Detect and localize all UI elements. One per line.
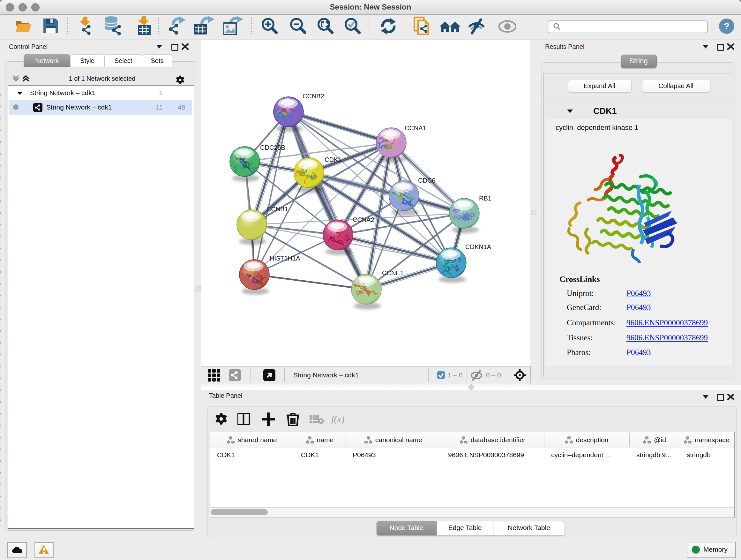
- svg-text:CCNB1: CCNB1: [266, 206, 288, 212]
- svg-text:CDC25B: CDC25B: [260, 144, 285, 151]
- svg-text:CDK1: CDK1: [325, 156, 341, 163]
- svg-text:CDC6: CDC6: [418, 177, 435, 184]
- svg-text:RB1: RB1: [479, 195, 491, 202]
- svg-text:HIST1H1A: HIST1H1A: [270, 255, 300, 262]
- svg-text:CCNA1: CCNA1: [405, 125, 426, 132]
- svg-text:CDKN1A: CDKN1A: [465, 243, 491, 250]
- svg-text:CCNA2: CCNA2: [353, 216, 374, 223]
- svg-text:CCNE1: CCNE1: [382, 269, 404, 276]
- svg-text:CCNB2: CCNB2: [302, 92, 324, 100]
